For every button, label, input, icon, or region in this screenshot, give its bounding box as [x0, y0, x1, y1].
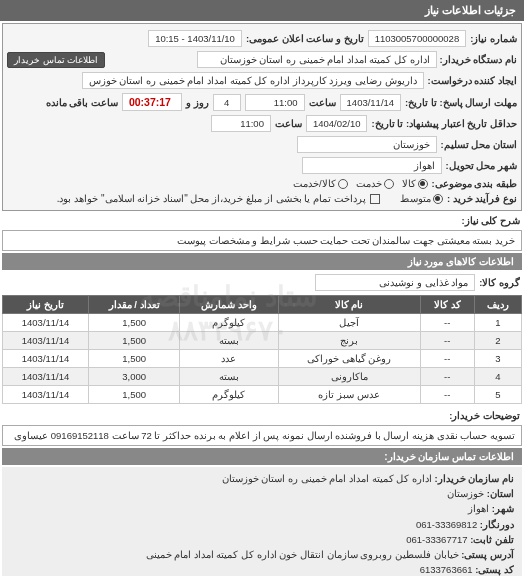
table-cell: --: [420, 368, 474, 386]
contact-province: خوزستان: [447, 488, 484, 499]
reply-deadline-time: 11:00: [245, 94, 305, 111]
contact-city-label: شهر:: [492, 503, 514, 514]
table-cell: کیلوگرم: [180, 386, 278, 404]
table-cell: بسته: [180, 332, 278, 350]
need-description: خرید بسته معیشتی جهت سالمندان تحت حمایت …: [2, 230, 522, 251]
table-cell: 3: [474, 350, 521, 368]
table-header: نام کالا: [278, 296, 420, 314]
validity-date: 1404/02/10: [306, 115, 368, 132]
requester-label: ایجاد کننده درخواست:: [428, 75, 517, 86]
table-header: ردیف: [474, 296, 521, 314]
validity-time-label: ساعت: [275, 118, 302, 129]
table-cell: 1403/11/14: [3, 386, 89, 404]
contact-province-label: استان:: [487, 488, 514, 499]
category-radio-group: کالا خدمت کالا/خدمت: [293, 178, 428, 189]
table-cell: 2: [474, 332, 521, 350]
table-row: 3--روغن گیاهی خوراکیعدد1,5001403/11/14: [3, 350, 522, 368]
announce-datetime-label: تاریخ و ساعت اعلان عمومی:: [246, 33, 364, 44]
table-cell: 1,500: [89, 350, 180, 368]
buyer-name: اداره کل کمیته امداد امام خمینی ره استان…: [197, 51, 437, 68]
table-row: 4--ماکارونیبسته3,0001403/11/14: [3, 368, 522, 386]
reply-deadline-label: مهلت ارسال پاسخ: تا تاریخ:: [405, 97, 517, 108]
table-header: واحد شمارش: [180, 296, 278, 314]
buyer-contact-button[interactable]: اطلاعات تماس خریدار: [7, 52, 105, 68]
goods-group-label: گروه کالا:: [479, 277, 520, 288]
table-cell: 1403/11/14: [3, 314, 89, 332]
table-header: تاریخ نیاز: [3, 296, 89, 314]
reply-deadline-date: 1403/11/14: [340, 94, 402, 111]
table-cell: عدس سبز تازه: [278, 386, 420, 404]
table-cell: 1403/11/14: [3, 332, 89, 350]
table-cell: 1: [474, 314, 521, 332]
treasury-checkbox[interactable]: [370, 194, 380, 204]
contact-phone-label: تلفن ثابت:: [470, 534, 514, 545]
need-number-label: شماره نیاز:: [470, 33, 517, 44]
table-cell: 1,500: [89, 314, 180, 332]
contact-postal: 6133763661: [420, 564, 473, 575]
contact-fax: 33369812-061: [416, 519, 477, 530]
table-cell: عدد: [180, 350, 278, 368]
table-cell: 5: [474, 386, 521, 404]
page-title: جزئیات اطلاعات نیاز: [0, 0, 524, 21]
radio-service[interactable]: خدمت: [356, 178, 394, 189]
radio-dot-icon: [338, 179, 348, 189]
process-type-label: نوع فرآیند خرید :: [447, 193, 517, 204]
table-cell: 1403/11/14: [3, 368, 89, 386]
table-cell: 1,500: [89, 386, 180, 404]
need-desc-label: شرح کلی نیاز:: [462, 215, 520, 226]
reply-time-label: ساعت: [309, 97, 336, 108]
goods-group: مواد غذایی و نوشیدنی: [315, 274, 475, 291]
remaining-label: ساعت باقی مانده: [46, 97, 118, 108]
buyer-note-label: توضیحات خریدار:: [449, 410, 520, 421]
table-cell: ماکارونی: [278, 368, 420, 386]
radio-dot-icon: [384, 179, 394, 189]
table-cell: --: [420, 350, 474, 368]
table-cell: 4: [474, 368, 521, 386]
table-cell: 1,500: [89, 332, 180, 350]
contact-fax-label: دورنگار:: [480, 519, 514, 530]
goods-section-title: اطلاعات کالاهای مورد نیاز: [2, 253, 522, 270]
category-label: طبقه بندی موضوعی:: [432, 178, 517, 189]
contact-city: اهواز: [468, 503, 489, 514]
table-cell: 1403/11/14: [3, 350, 89, 368]
city-label: شهر محل تحویل:: [446, 160, 517, 171]
city-value: اهواز: [302, 157, 442, 174]
table-cell: --: [420, 332, 474, 350]
days-label: روز و: [186, 97, 209, 108]
requester-name: داریوش رضایی ویرزد کارپرداز اداره کل کمی…: [82, 72, 424, 89]
province-value: خوزستان: [297, 136, 437, 153]
table-cell: 3,000: [89, 368, 180, 386]
contact-postal-label: کد پستی:: [475, 564, 514, 575]
radio-process-medium[interactable]: متوسط: [400, 193, 443, 204]
province-label: استان محل تسلیم:: [441, 139, 517, 150]
contact-org-label: نام سازمان خریدار:: [435, 473, 514, 484]
table-header: کد کالا: [420, 296, 474, 314]
table-cell: --: [420, 386, 474, 404]
contact-addr-label: آدرس پستی:: [461, 549, 514, 560]
announce-datetime: 1403/11/10 - 10:15: [148, 30, 242, 47]
buyer-label: نام دستگاه خریدار:: [440, 54, 517, 65]
table-cell: برنج: [278, 332, 420, 350]
days-remaining: 4: [213, 94, 241, 111]
time-remaining: 00:37:17: [122, 93, 182, 111]
table-cell: آجیل: [278, 314, 420, 332]
radio-dot-icon: [433, 194, 443, 204]
radio-dot-icon: [418, 179, 428, 189]
contact-addr: خیابان فلسطین روبروی سازمان انتقال خون ا…: [146, 549, 459, 560]
table-row: 5--عدس سبز تازهکیلوگرم1,5001403/11/14: [3, 386, 522, 404]
contact-phone: 33367717-061: [406, 534, 467, 545]
need-number: 1103005700000028: [368, 30, 467, 47]
radio-both[interactable]: کالا/خدمت: [293, 178, 348, 189]
table-row: 1--آجیلکیلوگرم1,5001403/11/14: [3, 314, 522, 332]
contact-org: اداره کل کمیته امداد امام خمینی ره استان…: [222, 473, 432, 484]
need-summary-section: شماره نیاز: 1103005700000028 تاریخ و ساع…: [2, 23, 522, 211]
contact-section-title: اطلاعات تماس سازمان خریدار:: [2, 448, 522, 465]
table-header: تعداد / مقدار: [89, 296, 180, 314]
buyer-note: تسویه حساب نقدی هزینه ارسال با فروشنده ا…: [2, 425, 522, 446]
radio-goods[interactable]: کالا: [402, 178, 428, 189]
buyer-contact-block: نام سازمان خریدار: اداره کل کمیته امداد …: [2, 467, 522, 576]
table-cell: بسته: [180, 368, 278, 386]
validity-time: 11:00: [211, 115, 271, 132]
table-cell: روغن گیاهی خوراکی: [278, 350, 420, 368]
validity-label: حداقل تاریخ اعتبار پیشنهاد: تا تاریخ:: [371, 118, 517, 129]
